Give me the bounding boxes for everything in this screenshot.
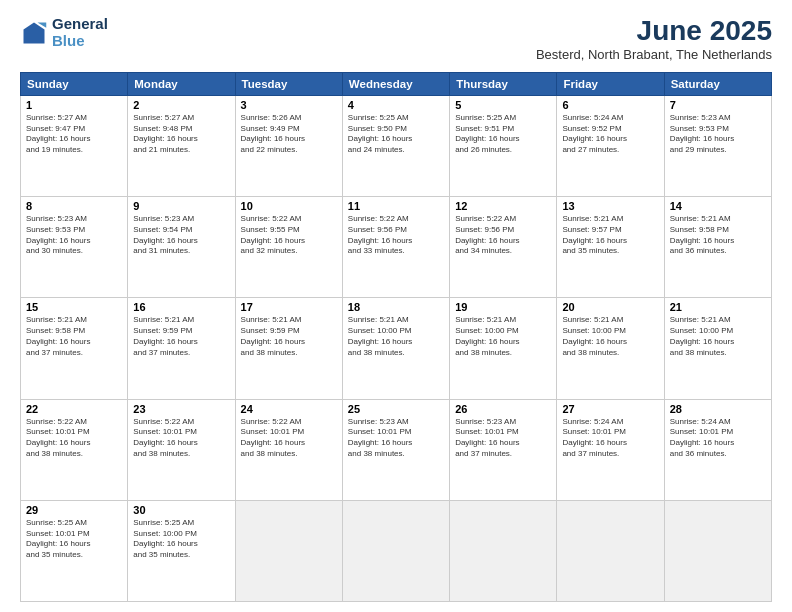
day-number: 11 — [348, 200, 444, 212]
day-info: Sunrise: 5:22 AM Sunset: 9:55 PM Dayligh… — [241, 214, 337, 257]
calendar-week-0: 1Sunrise: 5:27 AM Sunset: 9:47 PM Daylig… — [21, 95, 772, 196]
calendar-cell — [664, 500, 771, 601]
day-info: Sunrise: 5:23 AM Sunset: 9:54 PM Dayligh… — [133, 214, 229, 257]
calendar-cell: 13Sunrise: 5:21 AM Sunset: 9:57 PM Dayli… — [557, 197, 664, 298]
logo-text: General Blue — [52, 16, 108, 49]
calendar-cell: 17Sunrise: 5:21 AM Sunset: 9:59 PM Dayli… — [235, 298, 342, 399]
day-number: 13 — [562, 200, 658, 212]
calendar-cell: 19Sunrise: 5:21 AM Sunset: 10:00 PM Dayl… — [450, 298, 557, 399]
day-info: Sunrise: 5:21 AM Sunset: 9:59 PM Dayligh… — [241, 315, 337, 358]
calendar-cell — [450, 500, 557, 601]
calendar-cell: 16Sunrise: 5:21 AM Sunset: 9:59 PM Dayli… — [128, 298, 235, 399]
day-info: Sunrise: 5:25 AM Sunset: 9:50 PM Dayligh… — [348, 113, 444, 156]
calendar-cell: 21Sunrise: 5:21 AM Sunset: 10:00 PM Dayl… — [664, 298, 771, 399]
calendar-cell — [342, 500, 449, 601]
day-info: Sunrise: 5:21 AM Sunset: 9:58 PM Dayligh… — [26, 315, 122, 358]
calendar-cell: 7Sunrise: 5:23 AM Sunset: 9:53 PM Daylig… — [664, 95, 771, 196]
header-tuesday: Tuesday — [235, 72, 342, 95]
calendar-cell: 29Sunrise: 5:25 AM Sunset: 10:01 PM Dayl… — [21, 500, 128, 601]
calendar-cell: 14Sunrise: 5:21 AM Sunset: 9:58 PM Dayli… — [664, 197, 771, 298]
calendar-cell: 1Sunrise: 5:27 AM Sunset: 9:47 PM Daylig… — [21, 95, 128, 196]
day-number: 3 — [241, 99, 337, 111]
main-title: June 2025 — [536, 16, 772, 47]
day-number: 18 — [348, 301, 444, 313]
header-saturday: Saturday — [664, 72, 771, 95]
calendar-cell: 4Sunrise: 5:25 AM Sunset: 9:50 PM Daylig… — [342, 95, 449, 196]
day-number: 10 — [241, 200, 337, 212]
day-number: 2 — [133, 99, 229, 111]
day-number: 22 — [26, 403, 122, 415]
day-info: Sunrise: 5:25 AM Sunset: 10:00 PM Daylig… — [133, 518, 229, 561]
calendar-week-2: 15Sunrise: 5:21 AM Sunset: 9:58 PM Dayli… — [21, 298, 772, 399]
calendar-week-1: 8Sunrise: 5:23 AM Sunset: 9:53 PM Daylig… — [21, 197, 772, 298]
day-number: 16 — [133, 301, 229, 313]
day-number: 4 — [348, 99, 444, 111]
day-number: 28 — [670, 403, 766, 415]
calendar-cell — [235, 500, 342, 601]
calendar-cell: 8Sunrise: 5:23 AM Sunset: 9:53 PM Daylig… — [21, 197, 128, 298]
calendar-week-4: 29Sunrise: 5:25 AM Sunset: 10:01 PM Dayl… — [21, 500, 772, 601]
calendar-cell — [557, 500, 664, 601]
calendar-cell: 6Sunrise: 5:24 AM Sunset: 9:52 PM Daylig… — [557, 95, 664, 196]
day-info: Sunrise: 5:26 AM Sunset: 9:49 PM Dayligh… — [241, 113, 337, 156]
day-info: Sunrise: 5:21 AM Sunset: 10:00 PM Daylig… — [562, 315, 658, 358]
day-info: Sunrise: 5:22 AM Sunset: 9:56 PM Dayligh… — [348, 214, 444, 257]
day-number: 8 — [26, 200, 122, 212]
header-wednesday: Wednesday — [342, 72, 449, 95]
day-number: 5 — [455, 99, 551, 111]
logo-area: General Blue — [20, 16, 108, 49]
day-number: 15 — [26, 301, 122, 313]
calendar-cell: 30Sunrise: 5:25 AM Sunset: 10:00 PM Dayl… — [128, 500, 235, 601]
day-number: 12 — [455, 200, 551, 212]
calendar-cell: 22Sunrise: 5:22 AM Sunset: 10:01 PM Dayl… — [21, 399, 128, 500]
day-number: 7 — [670, 99, 766, 111]
header-friday: Friday — [557, 72, 664, 95]
day-number: 20 — [562, 301, 658, 313]
logo-line1: General — [52, 16, 108, 33]
calendar-cell: 9Sunrise: 5:23 AM Sunset: 9:54 PM Daylig… — [128, 197, 235, 298]
day-info: Sunrise: 5:24 AM Sunset: 10:01 PM Daylig… — [670, 417, 766, 460]
day-info: Sunrise: 5:22 AM Sunset: 10:01 PM Daylig… — [241, 417, 337, 460]
calendar-cell: 5Sunrise: 5:25 AM Sunset: 9:51 PM Daylig… — [450, 95, 557, 196]
day-info: Sunrise: 5:22 AM Sunset: 10:01 PM Daylig… — [26, 417, 122, 460]
day-info: Sunrise: 5:24 AM Sunset: 9:52 PM Dayligh… — [562, 113, 658, 156]
day-info: Sunrise: 5:27 AM Sunset: 9:47 PM Dayligh… — [26, 113, 122, 156]
day-info: Sunrise: 5:21 AM Sunset: 10:00 PM Daylig… — [670, 315, 766, 358]
calendar-cell: 20Sunrise: 5:21 AM Sunset: 10:00 PM Dayl… — [557, 298, 664, 399]
calendar-cell: 15Sunrise: 5:21 AM Sunset: 9:58 PM Dayli… — [21, 298, 128, 399]
day-info: Sunrise: 5:23 AM Sunset: 9:53 PM Dayligh… — [26, 214, 122, 257]
day-number: 29 — [26, 504, 122, 516]
day-number: 23 — [133, 403, 229, 415]
logo-line2: Blue — [52, 33, 108, 50]
calendar-cell: 10Sunrise: 5:22 AM Sunset: 9:55 PM Dayli… — [235, 197, 342, 298]
calendar-cell: 28Sunrise: 5:24 AM Sunset: 10:01 PM Dayl… — [664, 399, 771, 500]
day-info: Sunrise: 5:23 AM Sunset: 10:01 PM Daylig… — [348, 417, 444, 460]
day-number: 17 — [241, 301, 337, 313]
day-info: Sunrise: 5:25 AM Sunset: 9:51 PM Dayligh… — [455, 113, 551, 156]
day-number: 26 — [455, 403, 551, 415]
day-number: 25 — [348, 403, 444, 415]
day-number: 19 — [455, 301, 551, 313]
calendar-cell: 11Sunrise: 5:22 AM Sunset: 9:56 PM Dayli… — [342, 197, 449, 298]
header-monday: Monday — [128, 72, 235, 95]
day-info: Sunrise: 5:23 AM Sunset: 10:01 PM Daylig… — [455, 417, 551, 460]
day-info: Sunrise: 5:24 AM Sunset: 10:01 PM Daylig… — [562, 417, 658, 460]
day-number: 21 — [670, 301, 766, 313]
calendar-week-3: 22Sunrise: 5:22 AM Sunset: 10:01 PM Dayl… — [21, 399, 772, 500]
day-info: Sunrise: 5:25 AM Sunset: 10:01 PM Daylig… — [26, 518, 122, 561]
header-thursday: Thursday — [450, 72, 557, 95]
page: General Blue June 2025 Besterd, North Br… — [0, 0, 792, 612]
day-info: Sunrise: 5:22 AM Sunset: 10:01 PM Daylig… — [133, 417, 229, 460]
day-number: 30 — [133, 504, 229, 516]
logo-icon — [20, 19, 48, 47]
day-info: Sunrise: 5:21 AM Sunset: 9:59 PM Dayligh… — [133, 315, 229, 358]
calendar-cell: 2Sunrise: 5:27 AM Sunset: 9:48 PM Daylig… — [128, 95, 235, 196]
header-sunday: Sunday — [21, 72, 128, 95]
subtitle: Besterd, North Brabant, The Netherlands — [536, 47, 772, 62]
day-info: Sunrise: 5:21 AM Sunset: 10:00 PM Daylig… — [348, 315, 444, 358]
day-info: Sunrise: 5:22 AM Sunset: 9:56 PM Dayligh… — [455, 214, 551, 257]
calendar-table: SundayMondayTuesdayWednesdayThursdayFrid… — [20, 72, 772, 602]
calendar-cell: 12Sunrise: 5:22 AM Sunset: 9:56 PM Dayli… — [450, 197, 557, 298]
day-info: Sunrise: 5:21 AM Sunset: 9:57 PM Dayligh… — [562, 214, 658, 257]
day-number: 1 — [26, 99, 122, 111]
